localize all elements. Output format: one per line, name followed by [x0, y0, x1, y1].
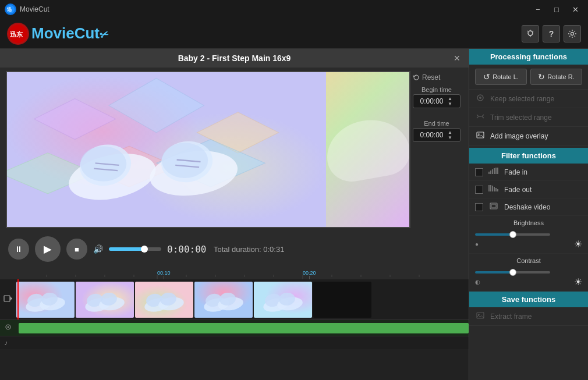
video-track-icon	[3, 294, 16, 305]
svg-point-69	[8, 326, 9, 328]
svg-rect-74	[477, 132, 484, 138]
begin-time-up[interactable]: ▲	[448, 96, 452, 101]
minimize-button[interactable]: −	[530, 3, 546, 15]
svg-rect-90	[477, 312, 484, 318]
rotate-left-button[interactable]: ↺ Rotate L.	[475, 69, 527, 85]
end-time-group: End time ▲ ▼	[413, 120, 461, 142]
timeline-tracks: ♪	[0, 279, 469, 380]
settings-button[interactable]	[564, 25, 581, 42]
begin-time-down[interactable]: ▼	[448, 101, 452, 106]
brightness-label: Brightness	[475, 219, 582, 226]
audio-track-icon	[3, 322, 16, 333]
svg-text:迅东: 迅东	[10, 31, 23, 38]
deshake-checkbox[interactable]	[475, 203, 483, 211]
ruler-ticks-minor	[17, 275, 469, 279]
video-title: Baby 2 - First Step Main 16x9	[17, 54, 451, 63]
fade-in-item: Fade in	[469, 164, 588, 181]
thumbnail-5	[254, 282, 312, 318]
thumbnail-1	[16, 282, 75, 318]
help-button[interactable]: ?	[543, 25, 560, 42]
deshake-label: Deshake video	[504, 203, 550, 211]
trim-range-button[interactable]: Trim selected range	[469, 108, 588, 127]
end-time-input-row: ▲ ▼	[413, 128, 461, 142]
audio-waveform-bar	[19, 323, 469, 333]
timeline-ruler: 00:10 00:20	[0, 267, 469, 279]
extract-frame-icon	[475, 311, 486, 321]
reset-button[interactable]: Reset	[413, 73, 440, 81]
extract-frame-button[interactable]: Extract frame	[469, 307, 588, 326]
logo-area: 迅东 MovieCut✂	[7, 23, 108, 45]
header-bar: 迅东 MovieCut✂ ?	[0, 19, 588, 49]
svg-marker-42	[10, 297, 12, 300]
processing-header: Processing functions	[469, 49, 588, 65]
video-titlebar: Baby 2 - First Step Main 16x9 ✕	[0, 49, 469, 68]
reset-icon	[413, 74, 420, 81]
end-time-up[interactable]: ▲	[448, 130, 452, 135]
music-track-icon: ♪	[3, 338, 16, 349]
deshake-item: Deshake video	[469, 198, 588, 216]
contrast-section: Contrast ◐ ☀	[469, 254, 588, 292]
audio-track	[0, 320, 469, 336]
volume-icon: 🔊	[93, 244, 103, 254]
keep-range-icon	[475, 94, 486, 104]
contrast-label: Contrast	[475, 257, 582, 264]
fade-out-checkbox[interactable]	[475, 186, 483, 194]
main-area: Baby 2 - First Step Main 16x9 ✕	[0, 49, 588, 380]
video-viewport	[6, 71, 410, 228]
svg-text:♪: ♪	[4, 339, 8, 347]
title-bar-left: 迅 MovieCut	[5, 3, 49, 15]
bulb-button[interactable]	[522, 25, 539, 42]
play-button[interactable]: ▶	[35, 236, 61, 262]
save-header: Save functions	[469, 292, 588, 307]
add-image-button[interactable]: Add image overlay	[469, 127, 588, 145]
stop-button[interactable]: ■	[66, 239, 87, 260]
end-time-input[interactable]	[416, 131, 448, 139]
end-time-arrows: ▲ ▼	[448, 130, 452, 140]
svg-point-4	[528, 31, 533, 35]
end-time-down[interactable]: ▼	[448, 135, 452, 140]
keep-range-button[interactable]: Keep selected range	[469, 90, 588, 108]
video-content	[7, 72, 326, 227]
close-button[interactable]: ✕	[567, 3, 583, 15]
brightness-section: Brightness ● ☀	[469, 216, 588, 254]
fade-out-icon	[488, 184, 500, 194]
contrast-icons-row: ◐ ☀	[475, 276, 582, 287]
contrast-low-icon: ◐	[475, 279, 482, 285]
playhead	[17, 279, 19, 319]
rotate-right-icon: ↻	[538, 72, 545, 81]
rotate-right-button[interactable]: ↻ Rotate R.	[530, 69, 582, 85]
total-duration: Total duration: 0:0:31	[214, 245, 284, 254]
ruler-minor-ticks-svg	[17, 275, 454, 279]
fade-in-checkbox[interactable]	[475, 168, 483, 176]
trim-range-icon	[475, 112, 486, 122]
svg-point-72	[479, 97, 481, 99]
maximize-button[interactable]: □	[548, 3, 565, 15]
video-close-button[interactable]: ✕	[451, 52, 463, 64]
volume-slider[interactable]	[109, 247, 161, 251]
header-icons: ?	[522, 25, 581, 42]
fade-out-label: Fade out	[504, 186, 532, 194]
begin-time-input[interactable]	[416, 97, 448, 105]
playback-controls: ⏸ ▶ ■ 🔊 0:00:00 Total duration: 0:0:31	[0, 232, 469, 267]
brightness-slider[interactable]	[475, 233, 550, 236]
thumbnail-3	[135, 282, 193, 318]
pause-button[interactable]: ⏸	[8, 239, 29, 260]
end-time-label: End time	[413, 120, 461, 127]
brightness-high-icon: ☀	[574, 239, 582, 250]
thumbnail-4	[194, 282, 253, 318]
svg-point-8	[571, 32, 574, 35]
svg-point-75	[478, 133, 479, 134]
contrast-slider[interactable]	[475, 271, 550, 274]
video-row: Reset Begin time ▲ ▼ End time	[0, 68, 469, 232]
time-display: 0:00:00	[167, 244, 208, 255]
thumbnail-6	[313, 282, 371, 318]
brightness-icons-row: ● ☀	[475, 239, 582, 250]
svg-line-6	[527, 31, 528, 31]
title-bar: 迅 MovieCut − □ ✕	[0, 0, 588, 19]
add-image-icon	[475, 131, 486, 141]
fade-in-label: Fade in	[504, 168, 527, 176]
fade-out-item: Fade out	[469, 181, 588, 198]
fade-in-icon	[488, 167, 500, 177]
begin-time-arrows: ▲ ▼	[448, 96, 452, 106]
app-title: MovieCut	[20, 5, 49, 13]
